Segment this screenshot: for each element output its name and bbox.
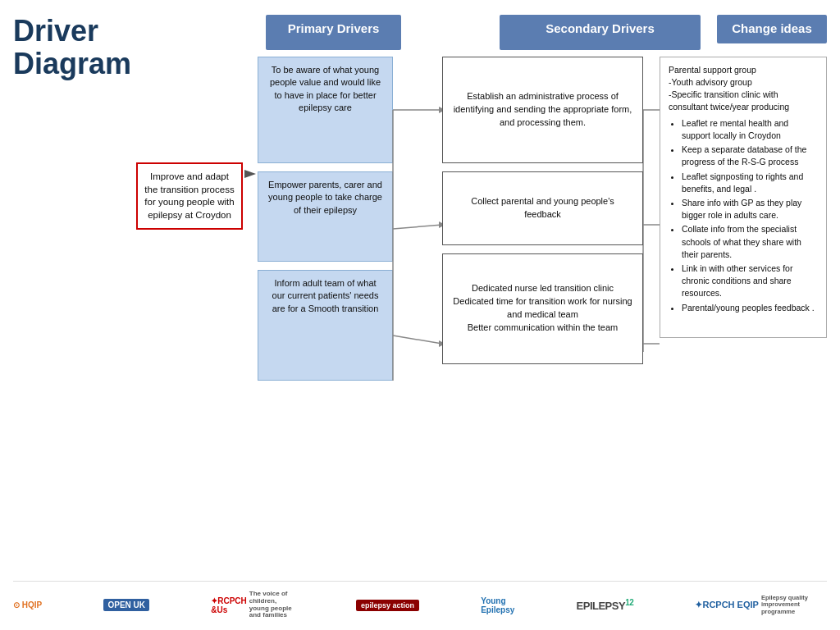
- logo-rcpcheqip: ✦RCPCH EQIP Epilepsy quality improvement…: [695, 595, 826, 615]
- primary-drivers-column: To be aware of what young people value a…: [258, 57, 393, 381]
- change-idea-item-6: Link in with other services for chronic …: [682, 262, 818, 300]
- logo-epilepsyaction: epilepsy action: [356, 600, 419, 611]
- change-ideas-column: Parental support group -Youth advisory g…: [660, 57, 827, 381]
- change-idea-item-7: Parental/young peoples feedback .: [682, 302, 818, 314]
- change-idea-item-4: Share info with GP as they play bigger r…: [682, 197, 818, 221]
- aim-box: Improve and adapt the transition process…: [136, 162, 243, 230]
- diagram-container: Primary Drivers Secondary Drivers Change…: [258, 15, 827, 381]
- main-content: Driver Diagram Improve and adapt the tra…: [13, 15, 827, 581]
- change-ideas-box: Parental support group -Youth advisory g…: [660, 57, 827, 338]
- change-idea-item-3: Leaflet signposting to rights and benefi…: [682, 171, 818, 195]
- secondary-driver-2: Collect parental and young people's feed…: [442, 171, 643, 245]
- secondary-drivers-column: Establish an administrative process of i…: [442, 57, 643, 381]
- secondary-drivers-header: Secondary Drivers: [500, 15, 701, 50]
- title-block: Driver Diagram: [13, 15, 136, 80]
- aim-text: Improve and adapt the transition process…: [144, 171, 234, 220]
- columns-body: To be aware of what young people value a…: [258, 57, 827, 381]
- columns-header: Primary Drivers Secondary Drivers Change…: [266, 15, 827, 50]
- logo-epilepsy12: EPILEPSY12: [577, 598, 634, 612]
- change-idea-item-1: Leaflet re mental health and support loc…: [682, 117, 818, 142]
- svg-marker-0: [244, 170, 256, 178]
- change-ideas-header: Change ideas: [717, 15, 827, 43]
- logo-young-epilepsy: YoungEpilepsy: [481, 596, 514, 614]
- primary-driver-3: Inform adult team of what our current pa…: [258, 270, 393, 381]
- page: Driver Diagram Improve and adapt the tra…: [0, 0, 840, 630]
- primary-drivers-header: Primary Drivers: [266, 15, 401, 50]
- secondary-driver-1: Establish an administrative process of i…: [442, 57, 643, 163]
- secondary-driver-3: Dedicated nurse led transition clinic De…: [442, 253, 643, 364]
- primary-driver-2: Empower parents, carer and young people …: [258, 171, 393, 262]
- change-idea-item-2: Keep a separate database of the progress…: [682, 144, 818, 168]
- change-ideas-list: Leaflet re mental health and support loc…: [669, 117, 818, 314]
- logo-rcpch: ✦RCPCH&Us The voice of children, young p…: [211, 591, 294, 619]
- logo-hqip: ⊙ HQIP: [13, 600, 42, 609]
- logo-openuk: OPEN UK: [103, 599, 149, 611]
- change-ideas-intro: Parental support group -Youth advisory g…: [669, 64, 818, 114]
- page-title: Driver Diagram: [13, 15, 136, 80]
- primary-driver-1: To be aware of what young people value a…: [258, 57, 393, 163]
- aim-to-primary-arrow: [243, 167, 258, 181]
- change-idea-item-5: Collate info from the specialist schools…: [682, 223, 818, 261]
- footer: ⊙ HQIP OPEN UK ✦RCPCH&Us The voice of ch…: [13, 581, 827, 622]
